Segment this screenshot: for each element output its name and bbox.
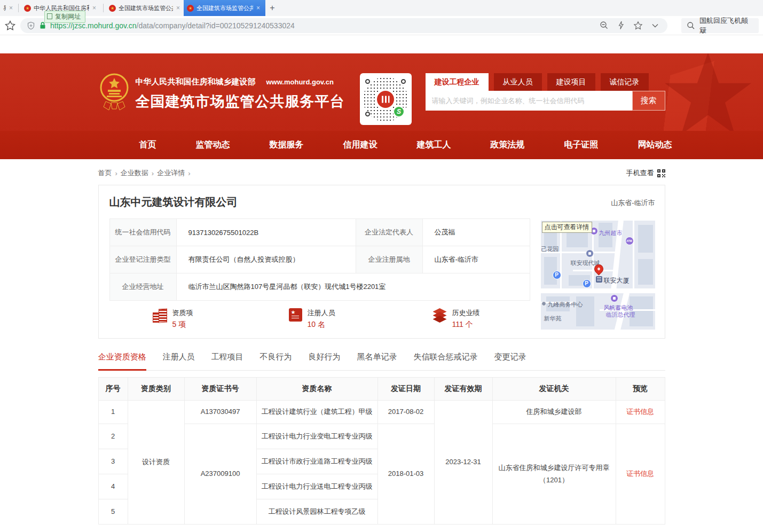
tab-blacklist[interactable]: 黑名单记录 <box>357 352 397 370</box>
browser-tab-partial[interactable]: 界 × <box>0 0 16 16</box>
nav-item-workers[interactable]: 建筑工人 <box>397 139 471 151</box>
search-tab-project[interactable]: 建设项目 <box>547 73 595 91</box>
company-region: 山东省-临沂市 <box>611 198 655 208</box>
tab-close-icon[interactable]: × <box>256 5 260 11</box>
qual-name-cell: 工程设计市政行业道路工程专业丙级 <box>256 449 377 474</box>
certificate-info-link[interactable]: 证书信息 <box>626 470 654 478</box>
qual-name-cell: 工程设计建筑行业（建筑工程）甲级 <box>256 401 377 424</box>
col-qual-name: 资质名称 <box>256 378 377 401</box>
browser-tab-active[interactable]: ★ 全国建筑市场监管公共服务平台 × <box>184 0 265 16</box>
wechat-qr-code: S <box>360 73 412 125</box>
lightning-icon[interactable] <box>617 21 625 30</box>
nav-item-credit[interactable]: 信用建设 <box>324 139 397 151</box>
nav-item-site-news[interactable]: 网站动态 <box>618 139 692 151</box>
site-brand: 中华人民共和国住房和城乡建设部 www.mohurd.gov.cn 全国建筑市场… <box>136 77 345 111</box>
news-search-box[interactable]: 国航回应飞机颠簸 <box>681 18 759 33</box>
nav-item-policy[interactable]: 政策法规 <box>471 139 545 151</box>
detail-tabs: 企业资质资格 注册人员 工程项目 不良行为 良好行为 黑名单记录 失信联合惩戒记… <box>98 352 665 371</box>
col-cert-no: 资质证书号 <box>184 378 256 401</box>
url-text: https://jzsc.mohurd.gov.cn/data/company/… <box>50 21 596 30</box>
table-row: 1 设计资质 A137030497 工程设计建筑行业（建筑工程）甲级 2017-… <box>98 401 665 424</box>
layers-icon <box>433 308 447 323</box>
certificate-info-link[interactable]: 证书信息 <box>626 408 654 416</box>
keyword-search-input[interactable] <box>426 91 632 111</box>
favorite-star-icon[interactable] <box>633 21 643 30</box>
qr-finder-dot <box>365 112 370 116</box>
tab-dishonesty-records[interactable]: 失信联合惩戒记录 <box>414 352 478 370</box>
reg-type-value: 有限责任公司（自然人投资或控股） <box>176 246 356 273</box>
tab-good-behavior[interactable]: 良好行为 <box>309 352 341 370</box>
mobile-view-label[interactable]: 手机查看 <box>626 168 654 178</box>
breadcrumb-separator: › <box>152 169 154 177</box>
stat-label: 历史业绩 <box>452 308 480 318</box>
issue-date-cell: 2017-08-02 <box>377 401 434 424</box>
zoom-out-icon[interactable] <box>600 21 609 30</box>
tab-close-icon[interactable]: × <box>176 5 180 11</box>
main-navigation: 首页 监管动态 数据服务 信用建设 建筑工人 政策法规 电子证照 网站动态 <box>0 131 763 159</box>
seq-cell: 3 <box>98 449 128 474</box>
map-label-supermarket: 九州超市 <box>599 229 623 237</box>
url-bar[interactable]: https://jzsc.mohurd.gov.cn/data/company/… <box>20 18 667 33</box>
decorative-star-icon <box>663 53 753 131</box>
qr-mini-icon[interactable] <box>657 169 665 177</box>
tab-close-icon[interactable]: × <box>92 5 96 11</box>
copy-tooltip-label: 复制网址 <box>55 12 81 21</box>
shield-icon[interactable] <box>27 21 35 30</box>
bookmark-star-icon[interactable] <box>4 20 16 32</box>
nav-item-supervision[interactable]: 监管动态 <box>176 139 250 151</box>
field-label: 企业法定代表人 <box>356 219 422 246</box>
tab-projects[interactable]: 工程项目 <box>211 352 243 370</box>
stat-value: 10 名 <box>308 320 335 330</box>
certificate-book-icon <box>289 308 302 322</box>
url-path: /data/company/detail?id=0021052912405330… <box>137 21 295 30</box>
seq-cell: 1 <box>98 401 128 424</box>
copy-url-tooltip: 复制网址 <box>44 11 85 23</box>
col-authority: 发证机关 <box>492 378 616 401</box>
address-value: 临沂市兰山区陶然路107号星河晶都（联安）现代城1号楼2201室 <box>176 273 530 301</box>
qual-name-cell: 工程设计电力行业送电工程专业丙级 <box>256 474 377 499</box>
new-tab-button[interactable]: + <box>265 0 279 16</box>
stat-registered-personnel: 注册人员 10 名 <box>289 308 335 330</box>
search-tab-credit[interactable]: 诚信记录 <box>601 73 649 91</box>
breadcrumb-home[interactable]: 首页 <box>98 168 112 178</box>
map-label-jiufeng: 九峰商务中心 <box>548 301 583 309</box>
search-category-tabs: 建设工程企业 从业人员 建设项目 诚信记录 <box>426 73 665 91</box>
valid-until-cell: 2023-12-31 <box>434 401 492 525</box>
tab-label: 全国建筑市场监管公共服务平台 <box>119 4 173 12</box>
stat-label: 资质项 <box>172 308 193 318</box>
chevron-down-icon[interactable] <box>651 23 659 28</box>
browser-tab-jzsc[interactable]: ★ 全国建筑市场监管公共服务平台 × <box>106 0 184 16</box>
field-label: 统一社会信用代码 <box>109 219 176 246</box>
seq-cell: 4 <box>98 474 128 499</box>
url-bar-actions <box>600 21 659 30</box>
field-label: 企业经营地址 <box>109 273 176 301</box>
col-seq: 序号 <box>98 378 128 401</box>
search-tab-personnel[interactable]: 从业人员 <box>494 73 542 91</box>
legal-rep-value: 公茂福 <box>422 219 530 246</box>
emblem-favicon-icon: ★ <box>187 5 194 12</box>
nav-item-data-service[interactable]: 数据服务 <box>250 139 324 151</box>
qr-pattern: S <box>363 77 408 122</box>
tab-bad-behavior[interactable]: 不良行为 <box>260 352 292 370</box>
location-map[interactable]: 点击可查看详情 九州超市 ATM 己花园 联安现代城 P 联安大厦 P 九峰商务… <box>541 221 655 330</box>
company-name: 山东中元建筑设计有限公司 <box>109 195 238 209</box>
tab-registered-personnel[interactable]: 注册人员 <box>163 352 195 370</box>
tab-qualifications[interactable]: 企业资质资格 <box>98 352 146 371</box>
parking-pin-icon: P <box>553 271 561 279</box>
tab-close-icon[interactable]: × <box>9 5 13 11</box>
national-emblem-logo <box>99 73 129 111</box>
tab-change-records[interactable]: 变更记录 <box>494 352 526 370</box>
breadcrumb-company-detail[interactable]: 企业详情 <box>157 168 185 178</box>
reg-place-value: 山东省-临沂市 <box>422 246 530 273</box>
qr-finder-dot <box>365 79 370 84</box>
search-button[interactable]: 搜索 <box>632 91 665 111</box>
building-pin-icon <box>586 249 594 257</box>
nav-item-home[interactable]: 首页 <box>120 139 176 151</box>
nav-item-e-license[interactable]: 电子证照 <box>545 139 618 151</box>
map-label-battery-2: 临沂总代理 <box>606 311 635 319</box>
search-tab-enterprise[interactable]: 建设工程企业 <box>426 73 489 91</box>
breadcrumb-company-data[interactable]: 企业数据 <box>121 168 148 178</box>
page-top-gap <box>0 35 763 53</box>
platform-title: 全国建筑市场监管公共服务平台 <box>136 92 345 111</box>
stat-label: 注册人员 <box>308 308 335 318</box>
